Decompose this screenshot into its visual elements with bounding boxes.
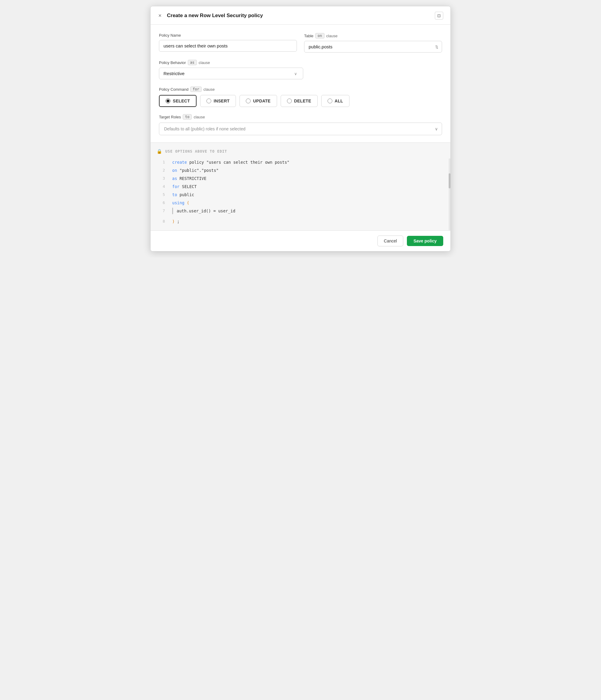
code-line-5: 5 to public [151, 191, 450, 199]
code-bar-7 [172, 207, 173, 214]
behavior-label: Policy Behavior as clause [159, 60, 442, 65]
save-policy-button[interactable]: Save policy [407, 236, 443, 246]
command-update-option[interactable]: UPDATE [240, 95, 277, 107]
line-num-7: 7 [156, 207, 165, 214]
line-num-8: 8 [156, 218, 165, 225]
command-label: Policy Command for clause [159, 86, 442, 92]
as-badge: as [188, 60, 197, 65]
kw-create: create [172, 160, 187, 165]
scrollbar-track [449, 158, 450, 230]
command-delete-option[interactable]: DELETE [281, 95, 318, 107]
code-content-5: to public [172, 191, 194, 198]
behavior-select[interactable]: Permissive Restrictive [159, 68, 303, 79]
form-row-1: Policy Name Table on clause public.posts… [159, 33, 442, 53]
table-group: Table on clause public.posts ⇅ [304, 33, 442, 53]
kw-on: on [172, 168, 177, 173]
kw-for: for [172, 184, 179, 189]
collapse-button[interactable]: ⊡ [435, 12, 443, 20]
scrollbar-thumb[interactable] [449, 173, 450, 189]
line-num-5: 5 [156, 191, 165, 198]
code-content-3: as RESTRICTIVE [172, 175, 206, 182]
code-section: 🔒 USE OPTIONS ABOVE TO EDIT 1 create pol… [151, 143, 450, 230]
roles-select[interactable]: Defaults to all (public) roles if none s… [159, 123, 442, 135]
kw-to: to [172, 192, 177, 197]
code-line-6: 6 using ( [151, 199, 450, 207]
code-line-4: 4 for SELECT [151, 183, 450, 191]
line-num-1: 1 [156, 159, 165, 166]
code-block: 1 create policy "users can select their … [151, 158, 450, 230]
modal-title: Create a new Row Level Security policy [167, 12, 263, 19]
code-content-7: auth.user_id() = user_id [177, 207, 235, 215]
code-wrapper: 1 create policy "users can select their … [151, 158, 450, 230]
command-update-radio[interactable] [246, 99, 251, 103]
behavior-clause-text: clause [199, 60, 210, 65]
code-header: 🔒 USE OPTIONS ABOVE TO EDIT [151, 149, 450, 158]
code-line-3: 3 as RESTRICTIVE [151, 175, 450, 183]
kw-close-paren: ) [172, 219, 175, 224]
command-all-option[interactable]: ALL [321, 95, 349, 107]
code-content-1: create policy "users can select their ow… [172, 159, 290, 166]
command-clause-text: clause [203, 87, 215, 92]
on-badge: on [315, 33, 324, 39]
command-insert-option[interactable]: INSERT [200, 95, 236, 107]
modal-header: × Create a new Row Level Security policy… [151, 6, 450, 25]
code-line-8: 8 ) ; [151, 218, 450, 226]
modal-body: Policy Name Table on clause public.posts… [151, 25, 450, 143]
command-insert-radio[interactable] [206, 99, 211, 103]
roles-clause-text: clause [194, 115, 205, 119]
close-button[interactable]: × [156, 12, 164, 20]
command-radio-group: SELECT INSERT UPDATE DELETE ALL [159, 95, 442, 107]
policy-name-group: Policy Name [159, 33, 297, 53]
line-num-6: 6 [156, 199, 165, 206]
code-content-2: on "public"."posts" [172, 167, 219, 174]
rls-modal: × Create a new Row Level Security policy… [150, 6, 451, 251]
code-line-2: 2 on "public"."posts" [151, 167, 450, 175]
code-line-1: 1 create policy "users can select their … [151, 158, 450, 167]
table-select-wrapper: public.posts ⇅ [304, 41, 442, 53]
roles-select-wrapper: Defaults to all (public) roles if none s… [159, 123, 442, 135]
behavior-group: Policy Behavior as clause Permissive Res… [159, 60, 442, 79]
modal-footer: Cancel Save policy [151, 230, 450, 251]
command-section: Policy Command for clause SELECT INSERT … [159, 86, 442, 107]
line-num-4: 4 [156, 183, 165, 190]
table-select[interactable]: public.posts [304, 41, 442, 53]
command-all-radio[interactable] [328, 99, 332, 103]
policy-name-label: Policy Name [159, 33, 297, 38]
lock-icon: 🔒 [156, 149, 162, 154]
code-content-6: using ( [172, 199, 189, 206]
header-left: × Create a new Row Level Security policy [156, 12, 263, 20]
target-roles-label: Target Roles to clause [159, 114, 442, 120]
code-line-7: 7 auth.user_id() = user_id [151, 207, 450, 215]
kw-open-paren: ( [187, 200, 189, 205]
table-clause-text: clause [326, 34, 338, 38]
policy-name-input[interactable] [159, 40, 297, 52]
code-content-8: ) ; [172, 218, 179, 225]
command-select-radio[interactable] [166, 99, 170, 103]
code-content-4: for SELECT [172, 183, 197, 190]
to-badge: to [183, 114, 192, 120]
kw-using: using [172, 200, 184, 205]
behavior-select-wrapper: Permissive Restrictive ∨ [159, 68, 442, 79]
command-delete-radio[interactable] [287, 99, 292, 103]
kw-as: as [172, 176, 177, 181]
cancel-button[interactable]: Cancel [377, 235, 403, 246]
command-select-option[interactable]: SELECT [159, 95, 197, 107]
line-num-2: 2 [156, 167, 165, 174]
target-roles-section: Target Roles to clause Defaults to all (… [159, 114, 442, 135]
code-hint: USE OPTIONS ABOVE TO EDIT [165, 149, 227, 153]
line-num-3: 3 [156, 175, 165, 182]
table-label: Table on clause [304, 33, 442, 39]
for-badge: for [190, 86, 202, 92]
